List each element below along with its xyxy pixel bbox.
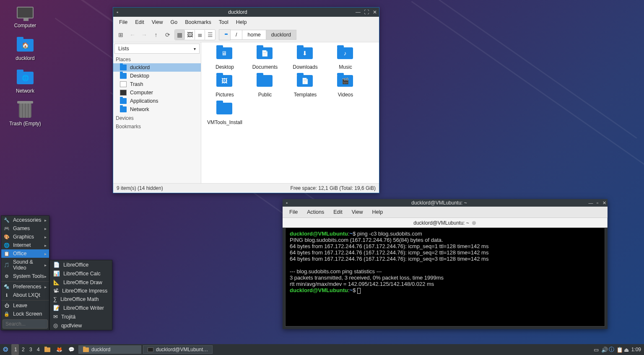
minimize-button[interactable]: — [354,9,362,15]
taskbar-app-filemanager[interactable]: ducklord [78,345,141,354]
menu-item-accessories[interactable]: 🔧Accessories▸ [1,216,49,224]
terminal-output[interactable]: ducklord@VMLubuntu:~$ ping -c3 blog.sudo… [285,228,605,326]
chevron-right-icon: ▸ [44,218,47,223]
workspace-2[interactable]: 2 [19,344,26,355]
menu-item-sound-video[interactable]: 🎵Sound & Video▸ [1,258,49,272]
tray-clock[interactable]: 1:09 [628,344,644,355]
view-mode-group: ▦ 🖼 ≣ ☰ [174,29,216,40]
file-item[interactable]: Public [245,73,285,99]
thumbnail-view-button[interactable]: 🖼 [185,30,195,40]
file-item[interactable]: VMTools_Install [205,101,245,127]
file-item-label: Templates [285,92,325,98]
forward-button[interactable]: → [139,30,149,40]
menu-go[interactable]: Go [167,18,181,26]
window-titlebar[interactable]: ▪ ducklord — ⛶ ✕ [113,8,379,17]
workspace-4[interactable]: 4 [34,344,42,355]
quicklaunch-chat[interactable]: 💬 [65,344,78,355]
desktop-icon-home[interactable]: 🏠 ducklord [4,37,46,61]
desktop-icon-network[interactable]: 🌐 Network [4,70,46,94]
menu-search-input[interactable] [3,319,48,329]
sidebar-item-desktop[interactable]: Desktop [113,72,201,80]
tab-close-button[interactable]: ⊗ [472,220,476,226]
sidebar-item-label: Computer [130,90,153,96]
menu-item-about-lxqt[interactable]: ℹAbout LXQt [1,291,49,299]
menu-view[interactable]: View [148,18,166,26]
submenu-item-libreoffice[interactable]: 📄LibreOffice [50,260,112,269]
path-segment-current[interactable]: ducklord [266,30,296,40]
sidebar-item-trash[interactable]: Trash [113,80,201,88]
menu-tool[interactable]: Tool [216,18,232,26]
submenu-item-libreoffice-calc[interactable]: 📊LibreOffice Calc [50,269,112,278]
terminal-tab[interactable]: ducklord@VMLubuntu: ~ ⊗ [283,218,608,228]
up-button[interactable]: ↑ [151,30,161,40]
close-button[interactable]: ✕ [371,9,379,15]
menu-item-graphics[interactable]: 🎨Graphics▸ [1,233,49,241]
submenu-item-trojit-[interactable]: ✉Trojitá [50,312,112,321]
path-root-button[interactable] [219,29,231,40]
tray-info[interactable]: ⓘ [606,344,613,355]
menu-item-internet[interactable]: 🌐Internet▸ [1,241,49,249]
new-tab-button[interactable]: ⊞ [116,30,126,40]
menu-item-leave[interactable]: ⏻Leave [1,301,49,310]
file-item[interactable]: ⬇Downloads [285,46,325,72]
sidebar-item-applications[interactable]: Applications [113,97,201,105]
submenu-item-libreoffice-writer[interactable]: 📝LibreOffice Writer [50,303,112,312]
sidebar-item-computer[interactable]: Computer [113,88,201,97]
app-icon: 📽 [53,288,59,294]
submenu-item-libreoffice-draw[interactable]: 📐LibreOffice Draw [50,278,112,287]
window-titlebar[interactable]: ▪ ducklord@VMLubuntu: ~ — ▫ ✕ [283,199,608,207]
menu-item-lock-screen[interactable]: 🔒Lock Screen [1,310,49,318]
file-item-label: Music [325,64,366,70]
back-button[interactable]: ← [127,30,138,40]
maximize-button[interactable]: ⛶ [362,9,371,15]
list-view-button[interactable]: ≣ [195,30,205,40]
path-segment-home[interactable]: home [242,30,266,40]
taskbar-app-terminal[interactable]: ducklord@VMLubunt… [143,345,213,354]
file-item[interactable]: ♪Music [325,46,366,72]
menu-view[interactable]: View [348,208,367,216]
desktop-icon-computer[interactable]: Computer [4,4,46,29]
file-item[interactable]: 📄Documents [245,46,285,72]
menu-file[interactable]: File [116,18,131,26]
menu-file[interactable]: File [285,208,302,216]
file-item[interactable]: 🎬Videos [325,73,366,99]
submenu-item-qpdfview[interactable]: ◎qpdfview [50,321,112,330]
minimize-button[interactable]: — [587,200,594,205]
file-view[interactable]: 🖥Desktop📄Documents⬇Downloads♪Music🖼Pictu… [201,42,379,183]
path-segment-root[interactable]: / [230,30,242,40]
file-item[interactable]: 🖼Pictures [205,73,245,99]
icon-view-button[interactable]: ▦ [175,30,185,40]
menu-item-system-tools[interactable]: ⚙System Tools▸ [1,272,49,280]
menu-item-office[interactable]: 📋Office▸ [1,249,49,258]
menu-actions[interactable]: Actions [303,208,328,216]
detail-view-button[interactable]: ☰ [205,30,215,40]
reload-button[interactable]: ⟳ [163,30,173,40]
quicklaunch-filemanager[interactable] [42,344,53,355]
menu-help[interactable]: Help [368,208,387,216]
submenu-item-libreoffice-math[interactable]: ∑LibreOffice Math [50,295,112,303]
quicklaunch-browser[interactable]: 🦊 [53,344,65,355]
submenu-item-libreoffice-impress[interactable]: 📽LibreOffice Impress [50,287,112,295]
menu-bookmarks[interactable]: Bookmarks [182,18,215,26]
tray-volume[interactable]: 🔊 [598,344,606,355]
close-button[interactable]: ✕ [601,200,608,206]
folder-icon: 📄 [257,47,273,59]
sidebar-mode-dropdown[interactable]: Lists ▾ [114,44,200,54]
tray-clipboard[interactable]: 📋 [613,344,621,355]
menu-edit[interactable]: Edit [132,18,148,26]
sidebar-item-network[interactable]: Network [113,105,201,114]
start-button[interactable]: ❂ [0,344,11,355]
tray-removable[interactable]: ⏏ [621,344,628,355]
file-item[interactable]: 📄Templates [285,73,325,99]
menu-item-games[interactable]: 🎮Games▸ [1,224,49,233]
file-item[interactable]: 🖥Desktop [205,46,245,72]
menu-edit[interactable]: Edit [329,208,347,216]
desktop-icon-trash[interactable]: Trash (Empty) [4,102,46,127]
sidebar-item-home[interactable]: ducklord [113,63,201,72]
menu-item-preferences[interactable]: 🔩Preferences▸ [1,282,49,291]
workspace-3[interactable]: 3 [26,344,34,355]
menu-help[interactable]: Help [233,18,250,26]
maximize-button[interactable]: ▫ [594,200,601,205]
workspace-1[interactable]: 1 [11,344,19,355]
tray-show-desktop[interactable]: ▭ [591,344,598,355]
